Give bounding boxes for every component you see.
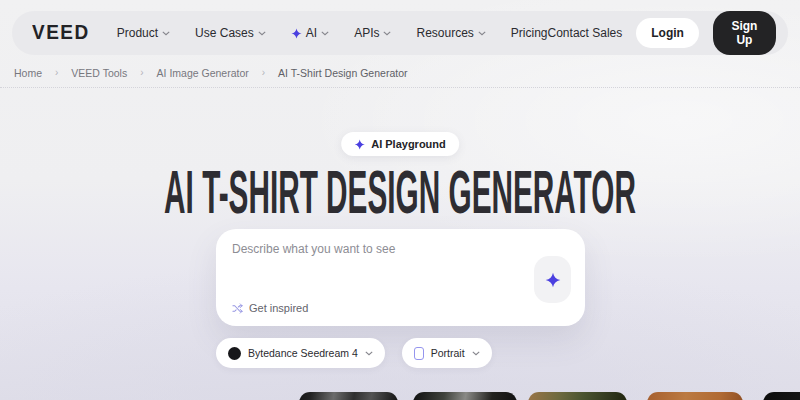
breadcrumb: Home › VEED Tools › AI Image Generator ›… — [0, 58, 800, 88]
login-button[interactable]: Login — [636, 18, 699, 48]
nav-item-label: Product — [117, 26, 158, 40]
model-select-label: Bytedance Seedream 4 — [248, 347, 358, 359]
sparkle-icon — [291, 28, 302, 39]
navbar-left: VEED Product Use Cases AI APIs Resources — [32, 22, 548, 44]
get-inspired-label: Get inspired — [249, 302, 308, 314]
chevron-down-icon — [321, 31, 329, 36]
gallery-thumbnail[interactable] — [763, 392, 800, 400]
chevron-down-icon — [365, 351, 373, 356]
chevron-down-icon — [478, 31, 486, 36]
signup-button[interactable]: Sign Up — [713, 11, 776, 55]
veed-logo[interactable]: VEED — [32, 21, 90, 44]
nav-item-use-cases[interactable]: Use Cases — [195, 26, 266, 40]
prompt-input[interactable] — [232, 242, 527, 290]
nav-item-label: Resources — [416, 26, 473, 40]
gallery-thumbnail[interactable] — [528, 392, 627, 400]
nav-item-ai[interactable]: AI — [291, 26, 329, 40]
prompt-card: Get inspired — [216, 229, 585, 326]
model-select[interactable]: Bytedance Seedream 4 — [216, 338, 385, 368]
breadcrumb-veed-tools[interactable]: VEED Tools — [71, 67, 127, 79]
chevron-down-icon — [162, 31, 170, 36]
aspect-ratio-select[interactable]: Portrait — [402, 338, 492, 368]
navbar-right: Contact Sales Login Sign Up — [548, 11, 776, 55]
gallery-thumbnail[interactable] — [647, 392, 743, 400]
gallery-thumbnail[interactable] — [299, 392, 398, 400]
chevron-down-icon — [472, 351, 480, 356]
breadcrumb-current-page: AI T-Shirt Design Generator — [278, 67, 407, 79]
generate-sparkle-icon — [545, 272, 561, 288]
nav-item-apis[interactable]: APIs — [354, 26, 391, 40]
navbar: VEED Product Use Cases AI APIs Resources — [12, 11, 788, 55]
model-logo-icon — [228, 347, 241, 360]
chevron-down-icon — [258, 31, 266, 36]
nav-item-label: Pricing — [511, 26, 548, 40]
ai-playground-badge[interactable]: AI Playground — [341, 132, 459, 156]
get-inspired-button[interactable]: Get inspired — [232, 302, 308, 314]
contact-sales-link[interactable]: Contact Sales — [548, 26, 623, 40]
nav-item-label: Use Cases — [195, 26, 254, 40]
page-title: AI T-SHIRT DESIGN GENERATOR — [152, 157, 648, 227]
gallery-thumbnail[interactable] — [413, 392, 517, 400]
breadcrumb-ai-image-generator[interactable]: AI Image Generator — [157, 67, 249, 79]
breadcrumb-separator: › — [55, 67, 58, 78]
aspect-ratio-label: Portrait — [431, 347, 465, 359]
breadcrumb-separator: › — [140, 67, 143, 78]
breadcrumb-home[interactable]: Home — [14, 67, 42, 79]
nav-item-product[interactable]: Product — [117, 26, 170, 40]
nav-item-resources[interactable]: Resources — [416, 26, 485, 40]
generate-button[interactable] — [534, 256, 571, 303]
generation-controls: Bytedance Seedream 4 Portrait — [216, 338, 492, 368]
breadcrumb-separator: › — [262, 67, 265, 78]
nav-menu: Product Use Cases AI APIs Resources — [117, 26, 548, 40]
chevron-down-icon — [383, 31, 391, 36]
shuffle-icon — [232, 303, 243, 314]
sparkle-icon — [354, 139, 365, 150]
nav-item-label: APIs — [354, 26, 379, 40]
nav-item-pricing[interactable]: Pricing — [511, 26, 548, 40]
badge-label: AI Playground — [371, 138, 446, 150]
nav-item-label: AI — [306, 26, 317, 40]
portrait-icon — [414, 347, 424, 360]
